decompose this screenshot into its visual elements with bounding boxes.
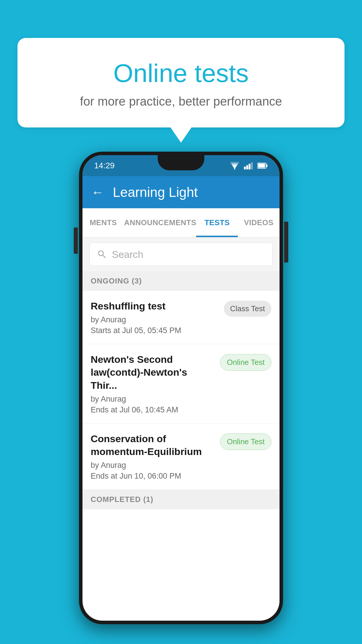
search-icon <box>97 249 107 260</box>
svg-rect-7 <box>258 164 265 168</box>
battery-icon <box>257 162 268 169</box>
phone-screen: 14:29 <box>82 155 280 621</box>
app-bar: ← Learning Light <box>82 176 280 208</box>
svg-rect-6 <box>266 164 268 167</box>
wifi-icon <box>229 162 240 169</box>
search-placeholder: Search <box>112 249 143 260</box>
test-name-3: Conservation of momentum-Equilibrium <box>91 432 215 458</box>
bubble-title: Online tests <box>35 58 327 88</box>
search-section: Search <box>82 237 280 271</box>
tab-videos[interactable]: VIDEOS <box>238 208 280 237</box>
completed-header: COMPLETED (1) <box>82 490 280 509</box>
test-list: Reshuffling test by Anurag Starts at Jul… <box>82 291 280 490</box>
test-time-1: Starts at Jul 05, 05:45 PM <box>91 326 219 335</box>
back-button[interactable]: ← <box>91 186 104 199</box>
search-input-wrap[interactable]: Search <box>89 243 273 266</box>
phone-notch <box>158 155 204 170</box>
test-time-2: Ends at Jul 06, 10:45 AM <box>91 405 215 414</box>
svg-rect-4 <box>251 162 253 169</box>
app-bar-title: Learning Light <box>113 184 198 200</box>
ongoing-header: ONGOING (3) <box>82 271 280 291</box>
test-author-1: by Anurag <box>91 315 219 324</box>
tab-announcements[interactable]: ANNOUNCEMENTS <box>124 208 196 237</box>
test-author-3: by Anurag <box>91 461 215 470</box>
promo-section: Online tests for more practice, better p… <box>17 38 345 127</box>
tab-bar: MENTS ANNOUNCEMENTS TESTS VIDEOS <box>82 208 280 237</box>
status-bar: 14:29 <box>82 155 280 176</box>
test-item-1[interactable]: Reshuffling test by Anurag Starts at Jul… <box>82 291 280 344</box>
test-item-3[interactable]: Conservation of momentum-Equilibrium by … <box>82 424 280 490</box>
test-badge-1: Class Test <box>224 301 271 317</box>
test-info-2: Newton's Second law(contd)-Newton's Thir… <box>91 353 215 414</box>
test-name-1: Reshuffling test <box>91 300 219 312</box>
speech-bubble: Online tests for more practice, better p… <box>17 38 345 127</box>
test-badge-3: Online Test <box>220 433 271 450</box>
tab-assignments[interactable]: MENTS <box>82 208 124 237</box>
svg-rect-1 <box>244 167 246 169</box>
signal-icon <box>244 162 253 169</box>
test-author-2: by Anurag <box>91 395 215 404</box>
svg-rect-2 <box>246 165 248 169</box>
test-badge-2: Online Test <box>220 354 271 371</box>
test-info-1: Reshuffling test by Anurag Starts at Jul… <box>91 300 219 335</box>
bubble-subtitle: for more practice, better performance <box>35 94 327 108</box>
test-info-3: Conservation of momentum-Equilibrium by … <box>91 432 215 481</box>
test-item-2[interactable]: Newton's Second law(contd)-Newton's Thir… <box>82 344 280 424</box>
tab-tests[interactable]: TESTS <box>196 208 238 237</box>
test-time-3: Ends at Jun 10, 06:00 PM <box>91 472 215 481</box>
phone-mockup: 14:29 <box>22 152 340 624</box>
status-time: 14:29 <box>94 161 115 170</box>
status-icons <box>229 162 268 169</box>
svg-point-0 <box>234 168 235 169</box>
svg-rect-3 <box>249 164 250 169</box>
test-name-2: Newton's Second law(contd)-Newton's Thir… <box>91 353 215 392</box>
phone-frame: 14:29 <box>79 152 283 624</box>
